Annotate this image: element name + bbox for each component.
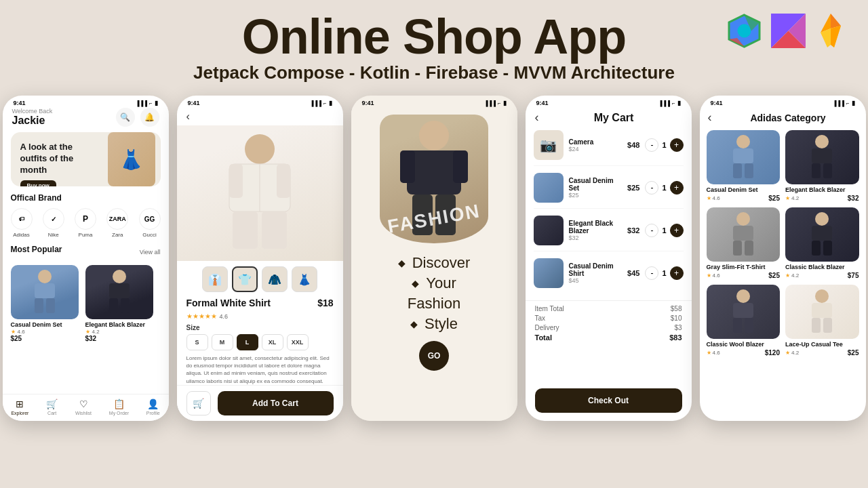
nav-cart[interactable]: 🛒 Cart (46, 399, 58, 415)
thumb-2[interactable]: 👕 (232, 266, 258, 292)
svg-rect-14 (35, 298, 43, 313)
thumb-3[interactable]: 🧥 (262, 266, 288, 292)
svg-point-37 (815, 135, 829, 148)
notification-button[interactable]: 🔔 (140, 108, 159, 127)
svg-rect-40 (823, 163, 832, 178)
camera-qty: - 1 + (645, 138, 683, 152)
time-5: 9:41 (711, 100, 723, 106)
svg-point-27 (419, 121, 449, 150)
brand-puma[interactable]: P Puma (75, 208, 96, 238)
grid-wool-blazer[interactable]: Classic Wool Blazer ★4.6 $120 (707, 285, 781, 357)
svg-point-53 (815, 289, 829, 303)
back-button-5[interactable]: ‹ (708, 110, 712, 125)
gucci-logo: GG (139, 208, 161, 230)
grid-classic-blazer-img (785, 207, 859, 262)
wifi-3: ⌐ (498, 100, 501, 106)
denim-cart-info: Casual Denim Set $25 (569, 177, 623, 199)
back-button-4[interactable]: ‹ (535, 110, 539, 125)
cart-icon-button[interactable]: 🛒 (186, 391, 211, 415)
blazer-qty: - 1 + (645, 224, 683, 237)
go-button[interactable]: GO (419, 341, 449, 371)
size-m[interactable]: M (212, 334, 233, 350)
product-denim[interactable]: Casual Denim Set ★ 4.6 $25 (11, 265, 79, 342)
grid-black-blazer[interactable]: Elegant Black Blazer ★4.2 $32 (785, 130, 859, 202)
svg-rect-15 (46, 298, 55, 313)
checkout-button[interactable]: Check Out (535, 388, 682, 413)
status-bar-1: 9:41 ▐▐▐ ⌐ ▮ (3, 96, 169, 108)
svg-rect-55 (812, 318, 821, 333)
thumb-1[interactable]: 👔 (202, 266, 228, 292)
blazer-cart-sub: $32 (569, 235, 623, 241)
brands-section-title: Offical Brand (11, 193, 161, 203)
phone-home: 9:41 ▐▐▐ ⌐ ▮ Welcome Back Jackie 🔍 🔔 A l… (3, 96, 169, 421)
grid-casual-tee-price: $25 (848, 349, 859, 357)
product-blazer[interactable]: Elegant Black Blazer ★ 4.2 $32 (85, 265, 153, 342)
denim-minus[interactable]: - (645, 181, 658, 195)
grid-gray-shirt[interactable]: Gray Slim-Fit T-Shirt ★4.6 $25 (707, 207, 781, 279)
size-l[interactable]: L (237, 334, 258, 350)
nav-orders[interactable]: 📋 My Order (109, 399, 129, 415)
nav-explorer[interactable]: ⊞ Explorer (11, 399, 28, 415)
grid-classic-blazer[interactable]: Classic Black Blazer ★4.2 $75 (785, 207, 859, 279)
blazer-plus[interactable]: + (670, 224, 684, 237)
grid-denim-rating: ★4.6 (707, 195, 720, 201)
nav-profile[interactable]: 👤 Profile (146, 399, 160, 415)
blazer-cart-img (534, 216, 564, 245)
svg-point-41 (736, 212, 750, 226)
brand-gucci[interactable]: GG Gucci (139, 208, 161, 238)
battery-4: ▮ (677, 100, 681, 106)
svg-rect-18 (109, 298, 118, 313)
size-xxl[interactable]: XXL (287, 334, 309, 350)
thumbnail-row: 👔 👕 🧥 👗 (177, 261, 343, 298)
camera-sub: $24 (569, 146, 623, 152)
tax-label: Tax (535, 314, 546, 322)
blazer-minus[interactable]: - (645, 224, 658, 237)
shirt-minus[interactable]: - (645, 266, 658, 280)
status-bar-3: 9:41 ▐▐▐ ⌐ ▮ (351, 96, 517, 108)
signal-1: ▐▐▐ (136, 100, 147, 106)
camera-plus[interactable]: + (670, 138, 684, 152)
discover-section: ◆ Discover ◆ Your Fashion ◆ Style (398, 254, 471, 333)
grid-wool-blazer-bottom: ★4.6 $120 (707, 349, 781, 357)
diamond-2: ◆ (412, 278, 419, 289)
search-button[interactable]: 🔍 (116, 108, 135, 127)
svg-rect-36 (745, 163, 753, 178)
camera-price: $48 (627, 141, 639, 149)
zara-label: Zara (112, 232, 123, 238)
camera-minus[interactable]: - (645, 138, 658, 152)
view-all-link[interactable]: View all (140, 249, 161, 256)
nav-wishlist[interactable]: ♡ Wishlist (75, 399, 92, 415)
grid-denim[interactable]: Casual Denim Set ★4.6 $25 (707, 130, 781, 202)
phone2-bottom-bar: 🛒 Add To Cart (177, 385, 343, 421)
shirt-cart-info: Casual Denim Shirt $45 (569, 262, 623, 284)
svg-rect-19 (121, 298, 130, 313)
svg-point-12 (38, 270, 52, 283)
thumb-4[interactable]: 👗 (292, 266, 317, 292)
brand-nike[interactable]: ✓ Nike (43, 208, 64, 238)
shirt-plus[interactable]: + (670, 266, 684, 280)
signal-2: ▐▐▐ (310, 100, 321, 106)
brand-adidas[interactable]: 🏷 Adidas (11, 208, 33, 238)
cart-items-list: 📷 Camera $24 $48 - 1 + Casual Denim Set … (526, 130, 692, 293)
blazer-cart-price: $32 (627, 226, 639, 235)
shirt-cart-sub: $45 (569, 277, 623, 284)
camera-img: 📷 (534, 130, 564, 160)
buy-now-button[interactable]: Buy now (20, 180, 56, 186)
grid-denim-price: $25 (768, 195, 780, 202)
add-to-cart-button[interactable]: Add To Cart (218, 391, 334, 415)
grid-black-blazer-bottom: ★4.2 $32 (785, 195, 859, 202)
back-button-2[interactable]: ‹ (177, 108, 343, 125)
size-xl[interactable]: XL (262, 334, 283, 350)
bottom-nav: ⊞ Explorer 🛒 Cart ♡ Wishlist 📋 My Order … (3, 394, 169, 421)
size-s[interactable]: S (186, 334, 208, 350)
denim-plus[interactable]: + (670, 181, 684, 195)
grid-black-blazer-price: $32 (848, 195, 859, 202)
svg-point-49 (736, 289, 750, 303)
promo-banner: A look at the outfits of the month Buy n… (11, 132, 161, 186)
brand-zara[interactable]: ZARA Zara (106, 208, 128, 238)
grid-casual-tee[interactable]: Lace-Up Casual Tee ★4.2 $25 (785, 285, 859, 357)
diamond-3: ◆ (410, 319, 418, 329)
size-label: Size (186, 324, 334, 331)
kotlin-icon (770, 12, 807, 49)
battery-2: ▮ (329, 100, 332, 106)
